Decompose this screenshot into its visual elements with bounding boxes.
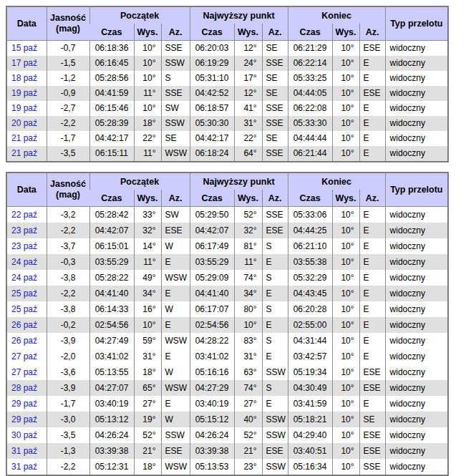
start-az-cell: SW <box>161 101 190 116</box>
date-link[interactable]: 28 paź <box>6 380 47 396</box>
date-link[interactable]: 21 paź <box>6 146 47 162</box>
max-az-cell: E <box>262 396 288 412</box>
max-alt-cell: 23° <box>234 459 262 475</box>
pass-row: 27 paź-2,003:41:0231°E03:41:0231°E03:42:… <box>6 349 448 364</box>
max-alt-cell: 22° <box>234 131 262 146</box>
date-link[interactable]: 29 paź <box>6 396 47 412</box>
end-az-cell: SSE <box>359 459 385 475</box>
col-header-end-az: Az. <box>359 190 385 207</box>
end-alt-cell: 10° <box>332 146 359 162</box>
passes-page: Data Jasność (mag) Początek Najwyższy pu… <box>0 0 466 476</box>
pass-row: 21 paź-1,704:42:1722°SE04:42:1722°SE04:4… <box>6 131 448 146</box>
magnitude-cell: -1,5 <box>47 56 89 71</box>
date-link[interactable]: 23 paź <box>6 238 47 254</box>
date-link[interactable]: 24 paź <box>6 254 47 270</box>
date-link[interactable]: 17 paź <box>6 56 47 71</box>
pass-row: 21 paź-3,506:15:1111°WSW06:18:2464°SSE06… <box>6 146 448 162</box>
col-header-start-time: Czas <box>89 190 134 207</box>
magnitude-cell: -0,7 <box>47 41 89 57</box>
brightness-unit: (mag) <box>47 190 89 200</box>
date-link[interactable]: 18 paź <box>6 71 47 86</box>
pass-row: 26 paź-3,904:27:4959°WSW04:28:2283°S04:3… <box>6 333 448 349</box>
max-az-cell: E <box>262 254 288 270</box>
max-alt-cell: 17° <box>234 71 262 86</box>
start-time-cell: 06:15:11 <box>89 146 134 162</box>
start-time-cell: 06:14:33 <box>89 301 134 317</box>
pass-type-cell: widoczny <box>385 396 448 412</box>
end-time-cell: 05:33:30 <box>288 116 332 131</box>
brightness-label: Jasność <box>47 179 89 190</box>
max-alt-cell: 83° <box>234 333 262 349</box>
date-link[interactable]: 31 paź <box>6 443 47 459</box>
pass-row: 15 paź-0,706:18:3610°SSE06:20:0312°SE06:… <box>6 41 448 57</box>
end-alt-cell: 10° <box>332 412 359 427</box>
start-time-cell: 06:16:45 <box>89 56 134 71</box>
magnitude-cell: -3,8 <box>47 270 89 286</box>
max-az-cell: SE <box>262 86 288 101</box>
date-link[interactable]: 31 paź <box>6 459 47 475</box>
magnitude-cell: -3,2 <box>47 207 89 223</box>
start-az-cell: SSE <box>161 86 190 101</box>
end-time-cell: 05:33:06 <box>288 207 332 223</box>
pass-row: 24 paź-3,805:28:2249°WSW05:29:0974°S05:3… <box>6 270 448 286</box>
end-alt-cell: 10° <box>332 349 359 364</box>
max-alt-cell: 10° <box>234 317 262 333</box>
start-az-cell: SSW <box>161 427 190 443</box>
max-alt-cell: 81° <box>234 238 262 254</box>
date-link[interactable]: 27 paź <box>6 364 47 380</box>
end-alt-cell: 10° <box>332 427 359 443</box>
col-group-highest-point: Najwyższy punkt <box>190 6 288 24</box>
max-time-cell: 04:42:07 <box>190 223 234 238</box>
date-link[interactable]: 29 paź <box>6 412 47 427</box>
max-time-cell: 04:41:40 <box>190 286 234 301</box>
pass-type-cell: widoczny <box>385 317 448 333</box>
end-alt-cell: 10° <box>332 101 359 116</box>
max-az-cell: E <box>262 317 288 333</box>
pass-row: 25 paź-2,204:41:4034°E04:41:4034°E04:43:… <box>6 286 448 301</box>
col-header-date: Data <box>6 6 47 41</box>
pass-type-cell: widoczny <box>385 71 448 86</box>
magnitude-cell: -2,2 <box>47 286 89 301</box>
start-az-cell: E <box>161 286 190 301</box>
max-az-cell: E <box>262 286 288 301</box>
max-time-cell: 04:42:17 <box>190 131 234 146</box>
start-az-cell: W <box>161 412 190 427</box>
end-alt-cell: 10° <box>332 238 359 254</box>
date-link[interactable]: 15 paź <box>6 41 47 57</box>
start-time-cell: 06:18:36 <box>89 41 134 57</box>
start-alt-cell: 10° <box>134 41 161 57</box>
date-link[interactable]: 25 paź <box>6 286 47 301</box>
end-time-cell: 04:31:44 <box>288 333 332 349</box>
date-link[interactable]: 19 paź <box>6 86 47 101</box>
max-az-cell: SSE <box>262 56 288 71</box>
start-alt-cell: 18° <box>134 364 161 380</box>
date-link[interactable]: 25 paź <box>6 301 47 317</box>
date-link[interactable]: 19 paź <box>6 101 47 116</box>
start-time-cell: 03:41:02 <box>89 349 134 364</box>
max-alt-cell: 64° <box>234 146 262 162</box>
start-alt-cell: 16° <box>134 301 161 317</box>
end-alt-cell: 10° <box>332 56 359 71</box>
date-link[interactable]: 26 paź <box>6 317 47 333</box>
date-link[interactable]: 21 paź <box>6 131 47 146</box>
date-link[interactable]: 27 paź <box>6 349 47 364</box>
col-header-pass-type: Typ przelotu <box>385 6 448 41</box>
magnitude-cell: -2,2 <box>47 223 89 238</box>
date-link[interactable]: 20 paź <box>6 116 47 131</box>
date-link[interactable]: 26 paź <box>6 333 47 349</box>
start-az-cell: W <box>161 364 190 380</box>
max-time-cell: 05:29:50 <box>190 207 234 223</box>
end-time-cell: 06:21:29 <box>288 41 332 57</box>
date-link[interactable]: 23 paź <box>6 223 47 238</box>
date-link[interactable]: 30 paź <box>6 427 47 443</box>
date-link[interactable]: 24 paź <box>6 270 47 286</box>
start-az-cell: SSW <box>161 56 190 71</box>
start-time-cell: 03:39:38 <box>89 443 134 459</box>
max-time-cell: 06:17:07 <box>190 301 234 317</box>
pass-type-cell: widoczny <box>385 207 448 223</box>
date-link[interactable]: 22 paź <box>6 207 47 223</box>
max-time-cell: 03:39:38 <box>190 443 234 459</box>
max-alt-cell: 52° <box>234 207 262 223</box>
pass-type-cell: widoczny <box>385 443 448 459</box>
pass-type-cell: widoczny <box>385 459 448 475</box>
